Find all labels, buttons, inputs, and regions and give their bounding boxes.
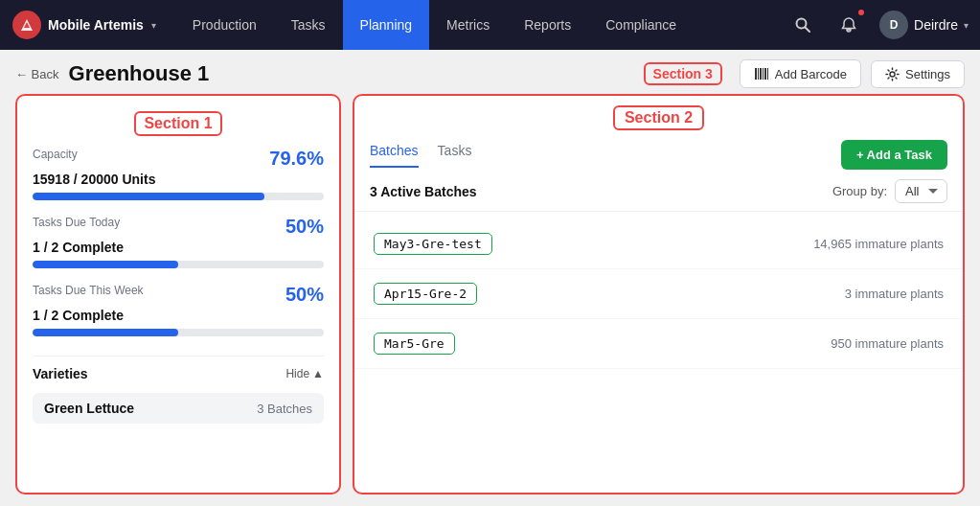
notification-wrapper[interactable] (833, 10, 864, 40)
group-by-select[interactable]: All (895, 179, 947, 203)
varieties-title: Varieties (33, 366, 88, 381)
section2-top: Batches Tasks + Add a Task (354, 130, 963, 170)
back-button[interactable]: ← Back (15, 67, 59, 81)
settings-button[interactable]: Settings (871, 60, 965, 88)
user-chevron: ▾ (964, 20, 969, 31)
add-task-button[interactable]: + Add a Task (841, 140, 947, 170)
svg-point-9 (890, 72, 895, 77)
svg-rect-7 (764, 68, 766, 80)
capacity-value: 15918 / 20000 Units (33, 172, 324, 187)
username: Deirdre (914, 17, 958, 33)
batch-row[interactable]: Apr15-Gre-2 3 immature plants (354, 269, 963, 319)
batch-info-2: 950 immature plants (831, 336, 944, 351)
batch-row[interactable]: May3-Gre-test 14,965 immature plants (354, 219, 963, 269)
tasks-today-progress-fill (33, 261, 178, 268)
tasks-today-block: Tasks Due Today 50% 1 / 2 Complete (33, 216, 324, 268)
section2-label: Section 2 (613, 105, 704, 130)
tab-batches[interactable]: Batches (370, 143, 419, 168)
capacity-percent: 79.6% (269, 148, 324, 170)
capacity-progress-bg (33, 193, 324, 200)
navbar: Mobile Artemis ▾ Production Tasks Planni… (0, 0, 980, 50)
brand-chevron: ▾ (151, 20, 156, 31)
tasks-week-label: Tasks Due This Week (33, 284, 144, 297)
tasks-week-progress-fill (33, 329, 178, 336)
batch-info-1: 3 immature plants (845, 287, 944, 301)
section1-panel: Section 1 Capacity 79.6% 15918 / 20000 U… (15, 94, 341, 494)
nav-tasks[interactable]: Tasks (274, 0, 343, 50)
tasks-week-block: Tasks Due This Week 50% 1 / 2 Complete (33, 284, 324, 336)
nav-metrics[interactable]: Metrics (429, 0, 507, 50)
svg-rect-4 (758, 68, 759, 80)
nav-planning[interactable]: Planning (343, 0, 430, 50)
section2-panel: Section 2 Batches Tasks + Add a Task 3 A… (353, 94, 965, 494)
svg-line-2 (806, 28, 810, 33)
svg-rect-5 (760, 68, 762, 80)
search-button[interactable] (787, 10, 818, 40)
tasks-week-percent: 50% (285, 284, 324, 306)
variety-batches: 3 Batches (257, 402, 312, 416)
tasks-today-label: Tasks Due Today (33, 216, 120, 229)
tasks-week-progress-bg (33, 329, 324, 336)
capacity-block: Capacity 79.6% 15918 / 20000 Units (33, 148, 324, 200)
batch-tag-2: Mar5-Gre (374, 333, 455, 355)
content-row: Section 1 Capacity 79.6% 15918 / 20000 U… (0, 94, 980, 506)
section3-label: Section 3 (644, 62, 722, 85)
brand-logo[interactable]: Mobile Artemis ▾ (11, 10, 156, 40)
nav-links: Production Tasks Planning Metrics Report… (175, 0, 787, 50)
batch-tag-0: May3-Gre-test (374, 233, 492, 255)
svg-rect-6 (763, 68, 763, 80)
section1-label: Section 1 (134, 111, 221, 136)
variety-row[interactable]: Green Lettuce 3 Batches (33, 393, 324, 424)
brand-name: Mobile Artemis (48, 17, 144, 33)
capacity-label: Capacity (33, 148, 78, 161)
nav-reports[interactable]: Reports (507, 0, 588, 50)
add-barcode-label: Add Barcode (775, 67, 847, 81)
active-batches-label: 3 Active Batches (370, 184, 477, 199)
page-header: ← Back Greenhouse 1 Section 3 Add Barcod… (0, 50, 980, 94)
batch-tag-1: Apr15-Gre-2 (374, 283, 477, 305)
tasks-week-value: 1 / 2 Complete (33, 308, 324, 323)
tasks-today-percent: 50% (285, 216, 324, 238)
batch-list: May3-Gre-test 14,965 immature plants Apr… (354, 212, 963, 493)
nav-production[interactable]: Production (175, 0, 274, 50)
filter-row: 3 Active Batches Group by: All (354, 170, 963, 212)
varieties-hide-button[interactable]: Hide ▲ (285, 367, 324, 380)
svg-rect-3 (755, 68, 757, 80)
varieties-header: Varieties Hide ▲ (33, 356, 324, 389)
tab-tasks[interactable]: Tasks (438, 143, 472, 168)
nav-actions: D Deirdre ▾ (787, 10, 969, 40)
nav-compliance[interactable]: Compliance (588, 0, 694, 50)
batch-info-0: 14,965 immature plants (813, 237, 944, 251)
tasks-today-value: 1 / 2 Complete (33, 240, 324, 255)
avatar: D (879, 11, 908, 39)
page-title: Greenhouse 1 (69, 61, 210, 86)
settings-label: Settings (905, 67, 950, 81)
capacity-progress-fill (33, 193, 264, 200)
header-right: Section 3 Add Barcode Settings (644, 59, 965, 88)
notification-badge (856, 8, 866, 17)
header-left: ← Back Greenhouse 1 (15, 61, 209, 86)
user-menu[interactable]: D Deirdre ▾ (879, 11, 969, 39)
variety-name: Green Lettuce (44, 401, 134, 416)
main-container: ← Back Greenhouse 1 Section 3 Add Barcod… (0, 50, 980, 506)
add-barcode-button[interactable]: Add Barcode (740, 59, 861, 88)
tasks-today-progress-bg (33, 261, 324, 268)
batch-row[interactable]: Mar5-Gre 950 immature plants (354, 319, 963, 369)
svg-rect-8 (767, 68, 768, 80)
group-by-row: Group by: All (832, 179, 947, 203)
tabs-row: Batches Tasks (370, 143, 471, 168)
group-by-label: Group by: (832, 184, 887, 198)
